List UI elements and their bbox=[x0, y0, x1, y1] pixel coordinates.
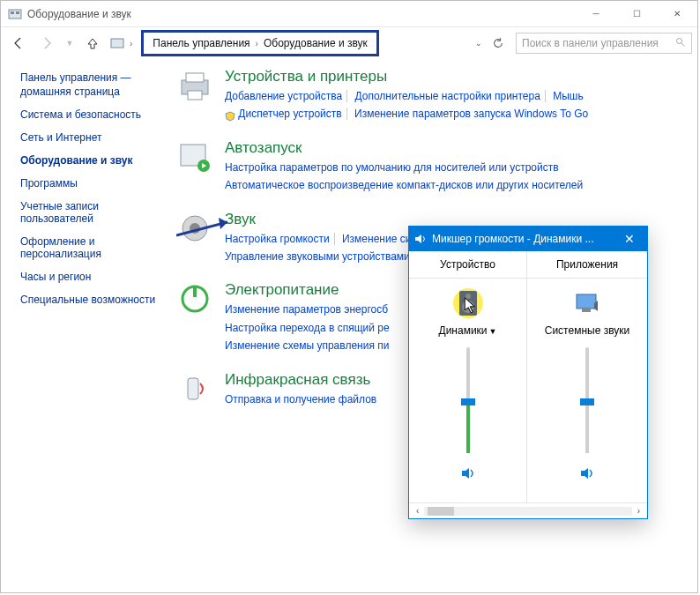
link-volume[interactable]: Настройка громкости bbox=[225, 233, 330, 245]
link-device-manager[interactable]: Диспетчер устройств bbox=[238, 108, 341, 120]
printer-icon bbox=[177, 68, 212, 103]
app-mute-button[interactable] bbox=[527, 465, 647, 484]
app-icon[interactable] bbox=[571, 287, 603, 319]
address-dropdown-icon[interactable]: ⌄ bbox=[475, 39, 482, 48]
history-dropdown[interactable]: ▼ bbox=[63, 31, 77, 56]
mixer-device-column: Устройство Динамики▼ bbox=[409, 251, 527, 502]
titlebar: Оборудование и звук ─ ☐ ✕ bbox=[1, 1, 697, 27]
sidebar-item-network[interactable]: Сеть и Интернет bbox=[20, 131, 170, 144]
breadcrumb-root[interactable]: Панель управления bbox=[153, 37, 249, 49]
chevron-down-icon: ▼ bbox=[489, 327, 497, 336]
device-mute-button[interactable] bbox=[409, 465, 526, 484]
scroll-left-icon[interactable]: ‹ bbox=[416, 506, 419, 516]
refresh-button[interactable] bbox=[488, 33, 509, 54]
forward-button[interactable] bbox=[34, 31, 59, 56]
scroll-right-icon[interactable]: › bbox=[637, 506, 640, 516]
svg-point-13 bbox=[190, 223, 200, 234]
link-cd-autoplay[interactable]: Автоматическое воспроизведение компакт-д… bbox=[225, 179, 583, 191]
app-volume-slider[interactable] bbox=[585, 347, 589, 453]
breadcrumb-current[interactable]: Оборудование и звук bbox=[264, 37, 368, 49]
category-devices: Устройства и принтеры Добавление устройс… bbox=[177, 68, 681, 123]
sidebar-item-system[interactable]: Система и безопасность bbox=[20, 108, 170, 121]
volume-mixer-window: Микшер громкости - Динамики ... ✕ Устрой… bbox=[408, 226, 648, 519]
device-volume-slider[interactable] bbox=[466, 347, 470, 453]
chevron-right-icon[interactable]: › bbox=[130, 39, 132, 48]
search-placeholder: Поиск в панели управления bbox=[522, 37, 659, 49]
shield-icon bbox=[225, 109, 235, 120]
mixer-apps-head: Приложения bbox=[527, 258, 647, 279]
minimize-button[interactable]: ─ bbox=[576, 1, 616, 27]
sidebar-item-accounts[interactable]: Учетные записи пользователей bbox=[20, 200, 170, 225]
category-title[interactable]: Устройства и принтеры bbox=[225, 68, 681, 86]
link-power-plan[interactable]: Изменение схемы управления пи bbox=[225, 339, 389, 352]
svg-rect-2 bbox=[16, 11, 19, 14]
link-sleep[interactable]: Настройка перехода в спящий ре bbox=[225, 322, 390, 334]
sidebar-home-link[interactable]: Панель управления — bbox=[20, 71, 170, 84]
sidebar-item-programs[interactable]: Программы bbox=[20, 177, 170, 190]
close-button[interactable]: ✕ bbox=[657, 1, 697, 27]
link-send-receive[interactable]: Отправка и получение файлов bbox=[225, 393, 376, 405]
mixer-titlebar[interactable]: Микшер громкости - Динамики ... ✕ bbox=[409, 227, 647, 251]
power-icon bbox=[177, 281, 212, 316]
address-icon bbox=[110, 36, 124, 50]
maximize-button[interactable]: ☐ bbox=[616, 1, 657, 27]
breadcrumb[interactable]: Панель управления › Оборудование и звук bbox=[141, 30, 378, 56]
speaker-icon bbox=[177, 211, 212, 246]
mixer-apps-column: Приложения Системные звуки bbox=[527, 251, 647, 502]
svg-rect-7 bbox=[186, 73, 204, 82]
svg-rect-15 bbox=[193, 286, 197, 297]
sidebar-home-link-sub[interactable]: домашняя страница bbox=[20, 86, 170, 98]
sidebar-item-accessibility[interactable]: Специальные возможности bbox=[20, 294, 170, 306]
link-windows-to-go[interactable]: Изменение параметров запуска Windows To … bbox=[354, 108, 588, 120]
link-add-device[interactable]: Добавление устройства bbox=[225, 90, 342, 102]
autoplay-icon bbox=[177, 139, 212, 175]
category-autoplay: Автозапуск Настройка параметров по умолч… bbox=[177, 139, 681, 195]
mixer-title-text: Микшер громкости - Динамики ... bbox=[432, 233, 612, 245]
svg-marker-27 bbox=[581, 468, 588, 479]
svg-line-5 bbox=[681, 42, 685, 46]
mixer-scrollbar[interactable]: ‹ › bbox=[409, 502, 647, 518]
infrared-icon bbox=[177, 371, 212, 406]
search-input[interactable]: Поиск в панели управления bbox=[516, 33, 692, 54]
svg-marker-19 bbox=[415, 234, 421, 243]
search-icon bbox=[675, 37, 686, 50]
volume-icon bbox=[414, 233, 427, 245]
control-panel-icon bbox=[8, 7, 22, 21]
link-printer-settings[interactable]: Дополнительные настройки принтера bbox=[355, 90, 540, 102]
link-autoplay-defaults[interactable]: Настройка параметров по умолчанию для но… bbox=[225, 161, 559, 174]
svg-point-4 bbox=[677, 38, 682, 43]
svg-rect-8 bbox=[188, 91, 202, 100]
window-title: Оборудование и звук bbox=[27, 8, 576, 20]
svg-rect-1 bbox=[11, 11, 14, 14]
navbar: ▼ › Панель управления › Оборудование и з… bbox=[1, 27, 697, 59]
mixer-device-head: Устройство bbox=[409, 258, 526, 279]
sidebar-item-hardware[interactable]: Оборудование и звук bbox=[20, 154, 170, 167]
back-button[interactable] bbox=[6, 31, 31, 56]
device-icon[interactable] bbox=[452, 287, 484, 319]
link-audio-devices[interactable]: Управление звуковыми устройствами bbox=[225, 250, 410, 263]
svg-rect-25 bbox=[582, 309, 591, 312]
up-button[interactable] bbox=[80, 31, 105, 56]
app-label[interactable]: Системные звуки bbox=[527, 324, 647, 337]
cursor-icon bbox=[464, 297, 478, 318]
link-mouse[interactable]: Мышь bbox=[553, 90, 584, 102]
chevron-right-icon: › bbox=[256, 39, 258, 48]
device-label[interactable]: Динамики▼ bbox=[409, 324, 526, 337]
svg-marker-23 bbox=[462, 468, 469, 479]
svg-rect-24 bbox=[577, 294, 596, 309]
sidebar: Панель управления — домашняя страница Си… bbox=[1, 59, 177, 592]
sidebar-item-appearance[interactable]: Оформление и персонализация bbox=[20, 235, 170, 260]
link-power-save[interactable]: Изменение параметров энергосб bbox=[225, 303, 388, 316]
category-title[interactable]: Автозапуск bbox=[225, 139, 681, 157]
svg-rect-16 bbox=[188, 378, 198, 399]
sidebar-item-clock[interactable]: Часы и регион bbox=[20, 271, 170, 283]
mixer-close-button[interactable]: ✕ bbox=[617, 232, 642, 246]
svg-rect-3 bbox=[111, 39, 123, 48]
